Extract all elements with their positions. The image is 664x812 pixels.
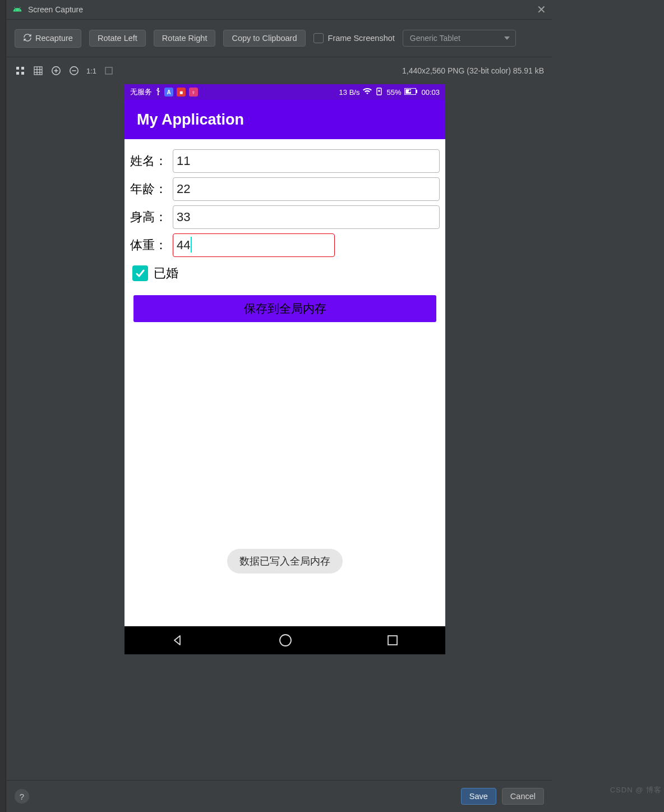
window-title: Screen Capture [28, 5, 531, 14]
recapture-label: Recapture [35, 34, 73, 43]
rotate-right-label: Rotate Right [162, 34, 208, 43]
weight-label: 体重： [130, 237, 173, 254]
toolbar-secondary: 1:1 1,440x2,560 PNG (32-bit color) 85.91… [7, 57, 552, 84]
save-button-label: Save [469, 792, 488, 801]
checkbox-box-icon [313, 33, 324, 43]
device-skin-dropdown[interactable]: Generic Tablet [403, 30, 516, 47]
android-nav-bar [125, 626, 445, 654]
form-container: 姓名： 年龄： 身高： 体重： [125, 139, 445, 626]
cancel-button[interactable]: Cancel [502, 788, 544, 805]
recapture-button[interactable]: Recapture [15, 29, 81, 48]
svg-rect-3 [21, 72, 24, 75]
refresh-icon [23, 33, 32, 44]
notification-icon: A [164, 88, 173, 97]
height-input[interactable] [173, 205, 440, 229]
form-row-weight: 体重： [129, 233, 441, 257]
close-button[interactable]: ✕ [537, 3, 546, 16]
age-label: 年龄： [130, 181, 173, 198]
svg-rect-14 [105, 67, 112, 74]
notification-icon: ■ [177, 88, 186, 97]
save-to-memory-button[interactable]: 保存到全局内存 [133, 295, 436, 322]
svg-rect-22 [416, 90, 417, 93]
svg-rect-25 [388, 636, 397, 645]
cancel-button-label: Cancel [510, 792, 536, 801]
form-row-age: 年龄： [129, 177, 441, 201]
zoom-fit-icon[interactable] [15, 65, 26, 76]
zoom-out-icon[interactable] [68, 65, 80, 76]
frame-screenshot-label: Frame Screenshot [328, 34, 395, 43]
zoom-in-icon[interactable] [50, 65, 62, 76]
married-checkbox-row[interactable]: 已婚 [132, 265, 437, 282]
text-cursor [191, 237, 192, 253]
frame-screenshot-checkbox[interactable]: Frame Screenshot [313, 33, 395, 43]
android-status-bar: 无服务 A ■ ♀ 13 B/s 55% [125, 84, 445, 100]
age-input[interactable] [173, 177, 440, 201]
height-label: 身高： [130, 209, 173, 226]
svg-rect-4 [34, 67, 42, 75]
copy-clipboard-button[interactable]: Copy to Clipboard [223, 30, 305, 47]
grid-icon[interactable] [33, 65, 44, 76]
form-row-name: 姓名： [129, 149, 441, 173]
notification-icon: ♀ [189, 88, 198, 97]
app-bar: My Application [125, 100, 445, 139]
svg-rect-0 [16, 67, 19, 70]
copy-clipboard-label: Copy to Clipboard [232, 34, 297, 43]
screen-capture-dialog: Screen Capture ✕ Recapture Rotate Left R… [7, 0, 552, 812]
checkbox-checked-icon [132, 265, 148, 281]
svg-point-17 [158, 94, 159, 95]
battery-percent-label: 55% [386, 88, 401, 97]
rotate-left-button[interactable]: Rotate Left [89, 30, 146, 47]
device-skin-label: Generic Tablet [410, 34, 460, 43]
wifi-icon [363, 88, 372, 97]
usb-icon [155, 88, 161, 97]
app-title: My Application [137, 111, 244, 129]
name-input[interactable] [173, 149, 440, 173]
nav-home-icon[interactable] [278, 633, 293, 648]
watermark: CSDN @ 博客 [610, 785, 662, 795]
data-saver-icon [375, 88, 383, 97]
svg-rect-1 [21, 67, 24, 70]
crop-icon[interactable] [103, 65, 114, 76]
name-label: 姓名： [130, 153, 173, 169]
rotate-left-label: Rotate Left [98, 34, 137, 43]
married-label: 已婚 [154, 265, 178, 282]
nav-back-icon[interactable] [171, 634, 185, 647]
rotate-right-button[interactable]: Rotate Right [154, 30, 216, 47]
toast-message: 数据已写入全局内存 [227, 549, 343, 574]
svg-point-24 [280, 635, 291, 646]
weight-input[interactable] [173, 233, 335, 257]
help-button[interactable]: ? [15, 789, 29, 804]
preview-canvas: 无服务 A ■ ♀ 13 B/s 55% [7, 84, 552, 780]
network-speed-label: 13 B/s [339, 88, 360, 97]
image-info-label: 1,440x2,560 PNG (32-bit color) 85.91 kB [402, 66, 544, 75]
svg-rect-2 [16, 72, 19, 75]
dialog-footer: ? Save Cancel [7, 780, 552, 812]
save-button[interactable]: Save [461, 788, 496, 805]
clock-label: 00:03 [421, 88, 440, 97]
zoom-ratio-label[interactable]: 1:1 [86, 67, 96, 75]
toolbar: Recapture Rotate Left Rotate Right Copy … [7, 20, 552, 57]
battery-icon [404, 88, 418, 97]
nav-recent-icon[interactable] [386, 634, 399, 646]
titlebar: Screen Capture ✕ [7, 0, 552, 20]
carrier-label: 无服务 [130, 87, 152, 97]
android-icon [12, 4, 22, 15]
device-screenshot: 无服务 A ■ ♀ 13 B/s 55% [125, 84, 445, 654]
form-row-height: 身高： [129, 205, 441, 229]
ide-left-sliver [0, 0, 6, 812]
